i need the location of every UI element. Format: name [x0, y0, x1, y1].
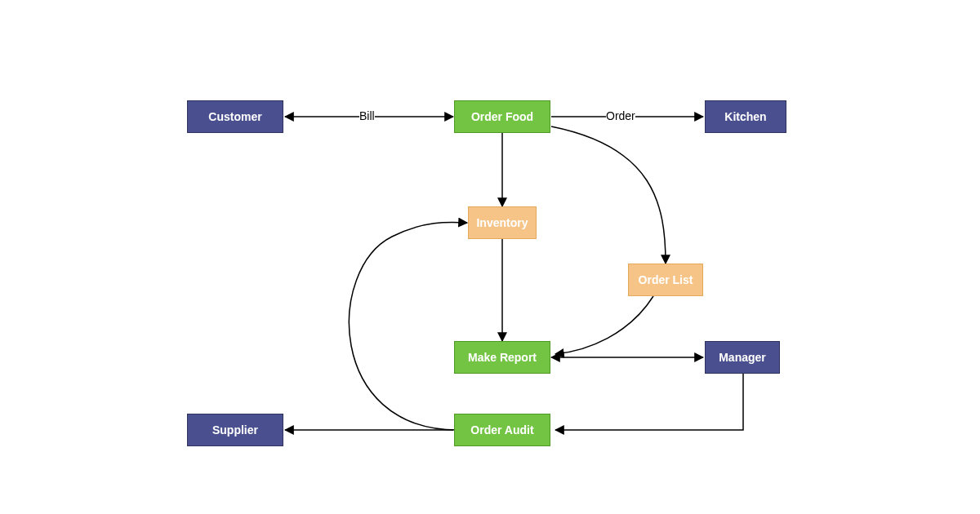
node-label: Kitchen [724, 110, 766, 123]
node-label: Manager [719, 351, 766, 364]
edge-label-bill: Bill [359, 109, 375, 122]
node-supplier[interactable]: Supplier [187, 414, 283, 446]
node-label: Customer [208, 110, 261, 123]
node-customer[interactable]: Customer [187, 100, 283, 133]
edge-label-order: Order [606, 109, 635, 122]
node-order-food[interactable]: Order Food [454, 100, 550, 133]
node-label: Order Food [471, 110, 533, 123]
node-manager[interactable]: Manager [705, 341, 780, 374]
node-label: Make Report [468, 351, 537, 364]
node-kitchen[interactable]: Kitchen [705, 100, 786, 133]
node-make-report[interactable]: Make Report [454, 341, 550, 374]
node-label: Order List [639, 273, 693, 286]
node-label: Order Audit [470, 423, 533, 436]
node-label: Inventory [476, 216, 528, 229]
node-order-audit[interactable]: Order Audit [454, 414, 550, 446]
node-order-list[interactable]: Order List [628, 264, 703, 296]
node-label: Supplier [212, 423, 258, 436]
node-inventory[interactable]: Inventory [468, 206, 537, 239]
